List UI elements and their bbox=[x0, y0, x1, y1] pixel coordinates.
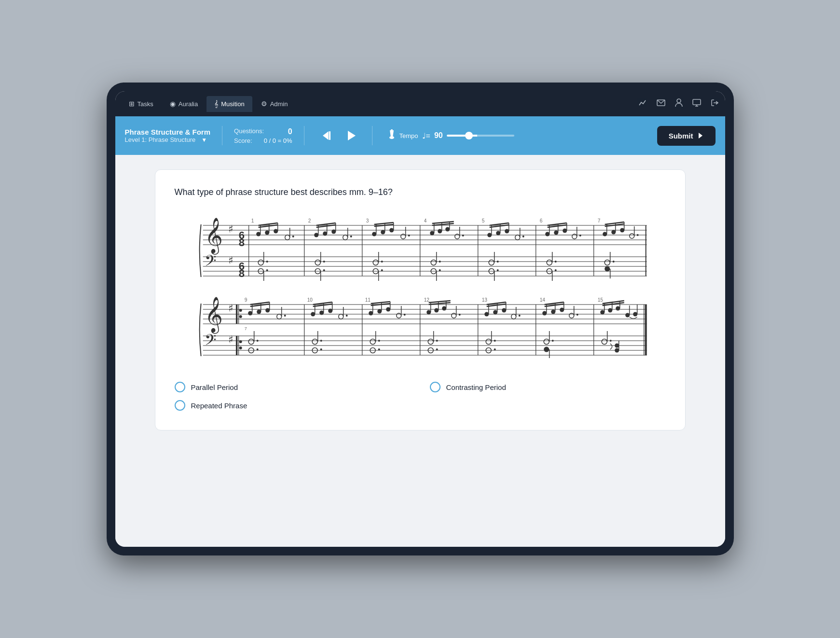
auralia-icon: ◉ bbox=[170, 100, 176, 108]
sharp-2-bass: ♯ bbox=[228, 333, 233, 346]
tab-musition-label: Musition bbox=[221, 100, 244, 108]
questions-value: 0 bbox=[288, 127, 292, 136]
svg-point-68 bbox=[445, 227, 450, 232]
svg-point-35 bbox=[274, 229, 278, 234]
nav-tabs: ⊞ Tasks ◉ Auralia 𝄞 Musition ⚙ Admin bbox=[121, 96, 296, 112]
svg-point-142 bbox=[605, 260, 610, 265]
svg-point-61 bbox=[408, 235, 410, 236]
tab-tasks[interactable]: ⊞ Tasks bbox=[121, 96, 161, 111]
radio-contrasting[interactable] bbox=[430, 382, 441, 392]
title-sub: Level 1: Phrase Structure bbox=[125, 136, 196, 143]
tab-auralia[interactable]: ◉ Auralia bbox=[162, 96, 206, 111]
svg-point-230 bbox=[542, 311, 547, 316]
svg-point-141 bbox=[554, 269, 556, 271]
svg-point-263 bbox=[378, 340, 380, 342]
svg-point-216 bbox=[458, 314, 460, 316]
monitor-icon[interactable] bbox=[692, 99, 701, 109]
svg-point-190 bbox=[328, 309, 332, 313]
measure-10: 10 bbox=[307, 297, 313, 303]
svg-point-111 bbox=[266, 269, 268, 271]
svg-point-163 bbox=[239, 340, 242, 343]
svg-point-188 bbox=[319, 311, 324, 315]
bass-clef: 𝄢 bbox=[204, 252, 216, 273]
measure12-bass bbox=[428, 331, 438, 353]
svg-point-1 bbox=[677, 99, 681, 103]
divider-3 bbox=[372, 126, 372, 145]
option-parallel-label: Parallel Period bbox=[191, 383, 238, 391]
measure13-bass bbox=[486, 331, 496, 353]
svg-point-66 bbox=[438, 229, 442, 234]
svg-point-57 bbox=[389, 228, 394, 233]
tasks-icon: ⊞ bbox=[129, 100, 135, 108]
tab-admin-label: Admin bbox=[270, 100, 288, 108]
svg-point-285 bbox=[615, 348, 619, 353]
svg-point-130 bbox=[489, 260, 494, 265]
svg-point-223 bbox=[502, 308, 506, 313]
svg-point-145 bbox=[605, 266, 610, 272]
svg-rect-7 bbox=[329, 131, 330, 140]
svg-point-199 bbox=[377, 309, 382, 314]
tempo-slider[interactable] bbox=[447, 135, 514, 137]
svg-point-192 bbox=[338, 314, 343, 319]
user-icon[interactable] bbox=[675, 98, 683, 109]
measure-5: 5 bbox=[482, 218, 484, 223]
brace bbox=[199, 224, 201, 277]
title-dropdown-icon[interactable]: ▼ bbox=[201, 137, 207, 143]
svg-point-39 bbox=[292, 236, 294, 237]
option-parallel-period[interactable]: Parallel Period bbox=[175, 382, 411, 392]
svg-rect-2 bbox=[693, 99, 701, 105]
submit-label: Submit bbox=[669, 132, 693, 140]
svg-point-75 bbox=[487, 233, 492, 237]
svg-rect-9 bbox=[391, 129, 393, 130]
rewind-button[interactable] bbox=[320, 127, 337, 144]
measure-9: 9 bbox=[244, 297, 247, 303]
logout-icon[interactable] bbox=[711, 98, 719, 109]
measure-6: 6 bbox=[539, 218, 542, 223]
tempo-slider-wrap bbox=[447, 135, 514, 137]
svg-point-249 bbox=[633, 312, 637, 317]
svg-point-138 bbox=[554, 261, 556, 263]
measure-11: 11 bbox=[365, 297, 371, 303]
top-nav: ⊞ Tasks ◉ Auralia 𝄞 Musition ⚙ Admin bbox=[115, 91, 725, 116]
brace-2 bbox=[199, 304, 201, 356]
svg-point-106 bbox=[258, 260, 263, 265]
svg-point-46 bbox=[331, 230, 336, 234]
questions-label: Questions: bbox=[234, 127, 264, 136]
svg-point-31 bbox=[256, 232, 261, 236]
svg-marker-6 bbox=[323, 131, 329, 140]
tempo-value: 90 bbox=[434, 131, 443, 140]
svg-point-268 bbox=[436, 340, 438, 342]
tab-musition[interactable]: 𝄞 Musition bbox=[207, 96, 252, 112]
play-button[interactable] bbox=[343, 127, 360, 144]
svg-point-164 bbox=[239, 347, 242, 349]
tempo-note-icon: ♩= bbox=[422, 131, 430, 140]
measure3-notes bbox=[372, 222, 410, 239]
option-repeated-phrase[interactable]: Repeated Phrase bbox=[175, 400, 411, 411]
svg-point-83 bbox=[522, 236, 524, 237]
musition-icon: 𝄞 bbox=[214, 100, 218, 108]
svg-point-94 bbox=[579, 235, 581, 236]
svg-point-126 bbox=[439, 261, 441, 263]
option-contrasting-period[interactable]: Contrasting Period bbox=[430, 382, 666, 392]
svg-point-270 bbox=[436, 348, 438, 350]
staff-system-2: 𝄞 𝄢 ♯ ♯ bbox=[184, 295, 656, 358]
chart-icon[interactable] bbox=[638, 98, 647, 109]
svg-point-108 bbox=[266, 261, 268, 263]
svg-point-245 bbox=[616, 306, 620, 311]
svg-point-225 bbox=[511, 314, 516, 319]
measure-4: 4 bbox=[424, 218, 427, 223]
title-main: Phrase Structure & Form bbox=[125, 128, 211, 136]
measure-12: 12 bbox=[424, 297, 429, 303]
question-card: What type of phrase structure best descr… bbox=[155, 169, 686, 430]
mail-icon[interactable] bbox=[657, 99, 665, 109]
tab-admin[interactable]: ⚙ Admin bbox=[253, 96, 296, 111]
radio-parallel[interactable] bbox=[175, 382, 185, 392]
svg-point-79 bbox=[505, 229, 509, 234]
treble-clef-2: 𝄞 bbox=[204, 297, 222, 334]
sharp-2-treble: ♯ bbox=[228, 302, 233, 314]
svg-point-114 bbox=[323, 261, 325, 263]
svg-point-179 bbox=[265, 308, 270, 313]
radio-repeated[interactable] bbox=[175, 400, 185, 411]
submit-button[interactable]: Submit bbox=[657, 126, 716, 146]
sheet-music-area: 𝄞 𝄢 ♯ ♯ 6 8 6 8 bbox=[175, 211, 666, 362]
